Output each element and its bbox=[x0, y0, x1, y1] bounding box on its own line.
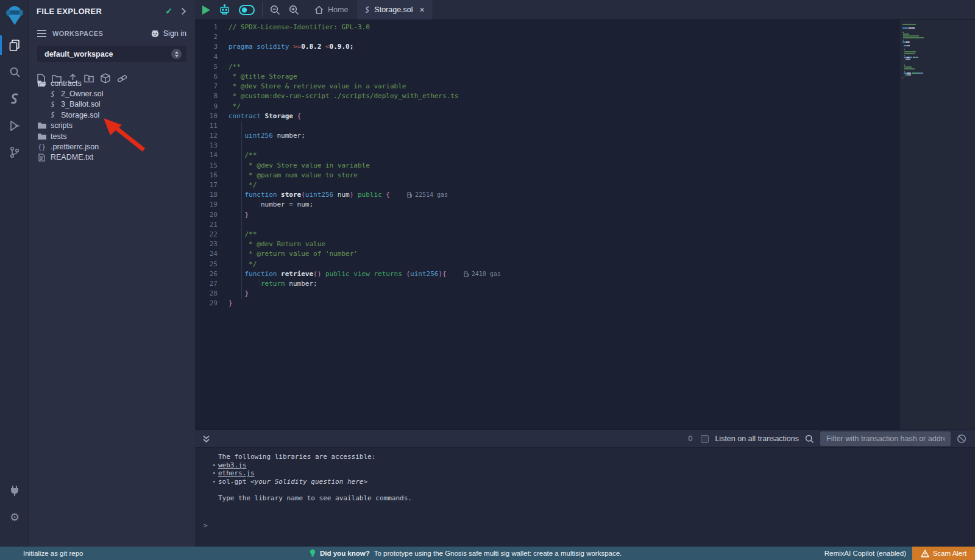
workspaces-row: WORKSPACES Sign in bbox=[29, 26, 195, 41]
did-you-know-tip: Did you know? To prototype using the Gno… bbox=[310, 549, 622, 558]
bullet-icon: • bbox=[212, 461, 216, 470]
sign-in-button[interactable]: Sign in bbox=[151, 29, 186, 38]
code-line-26: 26 function retrieve() public view retur… bbox=[195, 269, 900, 279]
search-icon[interactable] bbox=[805, 434, 814, 444]
clear-circle-slash-icon[interactable] bbox=[957, 434, 966, 444]
tree-item-scripts[interactable]: scripts bbox=[29, 121, 195, 131]
remix-ide-window: ⚙ FILE EXPLORER ✓ WORKSPACES bbox=[0, 0, 975, 560]
code-line-6: 6 * @title Storage bbox=[195, 72, 900, 82]
scam-alert-button[interactable]: Scam Alert bbox=[912, 547, 975, 560]
code-line-21: 21 bbox=[195, 220, 900, 230]
zoom-in-icon bbox=[289, 5, 299, 15]
code-line-3: 3pragma solidity >=0.8.2 <0.9.0; bbox=[195, 42, 900, 52]
solidity-icon bbox=[48, 101, 57, 108]
zoom-in-button[interactable] bbox=[289, 5, 299, 15]
line-number: 8 bbox=[195, 91, 229, 101]
double-chevron-down-icon[interactable] bbox=[202, 435, 210, 443]
code-line-10: 10contract Storage { bbox=[195, 112, 900, 121]
code-line-18: 18 function store(uint256 num) public {2… bbox=[195, 190, 900, 200]
solidity-compiler-icon bbox=[9, 93, 20, 105]
code-line-7: 7 * @dev Store & retrieve value in a var… bbox=[195, 82, 900, 91]
line-number: 3 bbox=[195, 42, 229, 52]
line-number: 4 bbox=[195, 52, 229, 62]
line-number: 2 bbox=[195, 32, 229, 42]
code-line-2: 2 bbox=[195, 32, 900, 42]
tree-item-storage-sol[interactable]: Storage.sol bbox=[29, 110, 195, 120]
tree-item-2-owner-sol[interactable]: 2_Owner.sol bbox=[29, 88, 195, 99]
sidebar-item-git[interactable] bbox=[0, 139, 29, 166]
terminal-output[interactable]: The following libraries are accessible:•… bbox=[195, 448, 975, 547]
file-text-icon bbox=[37, 154, 46, 161]
sidebar-item-solidity-compiler[interactable] bbox=[0, 85, 29, 112]
zoom-out-button[interactable] bbox=[270, 5, 280, 15]
code-area[interactable]: 1// SPDX-License-Identifier: GPL-3.023pr… bbox=[195, 20, 900, 430]
code-line-13: 13 bbox=[195, 141, 900, 151]
minimap-bars bbox=[900, 20, 975, 80]
tab-storage-sol[interactable]: Storage.sol × bbox=[356, 0, 433, 19]
ai-copilot-toggle[interactable] bbox=[239, 5, 255, 15]
listen-all-checkbox[interactable] bbox=[701, 435, 709, 443]
transaction-filter-input[interactable] bbox=[820, 431, 951, 446]
file-tree: contracts2_Owner.sol3_Ballot.solStorage.… bbox=[29, 78, 195, 163]
terminal-prompt[interactable]: > bbox=[204, 522, 208, 530]
line-number: 10 bbox=[195, 112, 229, 121]
sidebar-item-file-explorer[interactable] bbox=[0, 32, 29, 58]
tree-item-label: .prettierrc.json bbox=[51, 143, 99, 151]
tree-item-label: tests bbox=[51, 132, 66, 141]
hamburger-menu-icon[interactable] bbox=[37, 30, 46, 37]
line-number: 28 bbox=[195, 289, 229, 299]
tree-item-label: contracts bbox=[51, 79, 82, 88]
code-line-15: 15 * @dev Store value in variable bbox=[195, 161, 900, 171]
run-script-button[interactable] bbox=[202, 5, 210, 15]
terminal-spacer bbox=[195, 486, 975, 494]
tree-item-label: README.txt bbox=[51, 153, 93, 161]
tree-item-3-ballot-sol[interactable]: 3_Ballot.sol bbox=[29, 99, 195, 110]
workspace-select[interactable]: default_workspace bbox=[37, 46, 186, 62]
library-link-web3-js[interactable]: web3.js bbox=[218, 461, 246, 469]
tree-item--prettierrc-json[interactable]: {}.prettierrc.json bbox=[29, 141, 195, 152]
tree-item-readme-txt[interactable]: README.txt bbox=[29, 152, 195, 163]
braces-icon: {} bbox=[37, 143, 46, 151]
line-number: 23 bbox=[195, 239, 229, 249]
git-branch-icon bbox=[9, 146, 20, 158]
code-line-1: 1// SPDX-License-Identifier: GPL-3.0 bbox=[195, 23, 900, 32]
sidebar-item-plugin-manager[interactable] bbox=[0, 477, 29, 504]
tree-item-tests[interactable]: tests bbox=[29, 131, 195, 141]
chevron-right-icon[interactable] bbox=[181, 7, 186, 15]
tree-item-label: Storage.sol bbox=[61, 111, 99, 119]
sidebar-item-deploy-run[interactable] bbox=[0, 112, 29, 139]
tip-text: To prototype using the Gnosis safe multi… bbox=[374, 550, 622, 557]
tab-close-icon[interactable]: × bbox=[420, 5, 425, 15]
tree-item-label: 3_Ballot.sol bbox=[61, 100, 101, 108]
code-line-20: 20 } bbox=[195, 210, 900, 220]
sidebar-item-search[interactable] bbox=[0, 58, 29, 85]
line-number: 1 bbox=[195, 23, 229, 32]
code-line-14: 14 /** bbox=[195, 151, 900, 160]
indent-guide bbox=[260, 279, 260, 289]
tree-item-contracts[interactable]: contracts bbox=[29, 78, 195, 88]
line-number: 15 bbox=[195, 161, 229, 171]
tab-home[interactable]: Home bbox=[307, 0, 356, 19]
line-number: 13 bbox=[195, 141, 229, 151]
code-line-25: 25 */ bbox=[195, 260, 900, 269]
folder-icon bbox=[37, 133, 46, 140]
library-link-ethers-js[interactable]: ethers.js bbox=[218, 469, 255, 477]
transaction-count: 0 bbox=[688, 434, 692, 443]
gear-icon: ⚙ bbox=[10, 512, 20, 523]
sidebar-item-settings[interactable]: ⚙ bbox=[0, 504, 29, 531]
warning-triangle-icon bbox=[921, 550, 929, 558]
git-init-button[interactable]: Initialize as git repo bbox=[0, 550, 83, 557]
scam-alert-label: Scam Alert bbox=[933, 550, 967, 557]
remix-logo[interactable] bbox=[0, 0, 29, 32]
line-number: 16 bbox=[195, 171, 229, 180]
line-number: 20 bbox=[195, 210, 229, 220]
line-number: 7 bbox=[195, 82, 229, 91]
editor: 1// SPDX-License-Identifier: GPL-3.023pr… bbox=[195, 20, 975, 430]
code-line-11: 11 bbox=[195, 121, 900, 131]
copilot-status[interactable]: RemixAI Copilot (enabled) bbox=[824, 550, 906, 557]
minimap[interactable] bbox=[900, 20, 975, 430]
terminal: 0 Listen on all transactions The followi… bbox=[195, 430, 975, 547]
line-number: 27 bbox=[195, 279, 229, 289]
ai-copilot-button[interactable] bbox=[219, 4, 230, 15]
editor-topbar: Home Storage.sol × bbox=[195, 0, 975, 20]
